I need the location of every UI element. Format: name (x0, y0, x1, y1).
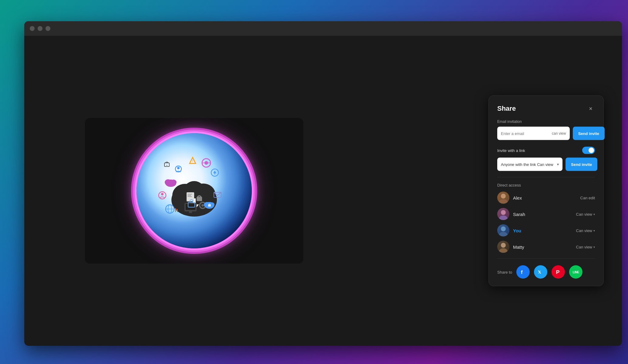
pinterest-share-button[interactable]: P (552, 265, 565, 279)
divider-2 (497, 258, 595, 259)
svg-point-43 (501, 194, 506, 199)
user-item-sarah: Sarah Can view ▾ (497, 208, 595, 220)
svg-text:P: P (556, 269, 559, 275)
avatar-sarah (497, 208, 509, 220)
share-dialog: Share × Email invitation can view Send i… (488, 96, 604, 286)
email-input[interactable] (501, 131, 552, 136)
share-to-label: Share to (497, 270, 512, 274)
username-sarah: Sarah (513, 211, 572, 217)
svg-text:f: f (521, 269, 523, 275)
avatar-you (497, 224, 509, 237)
svg-text:𝕏: 𝕏 (538, 270, 541, 275)
link-toggle[interactable] (582, 147, 595, 154)
email-input-wrapper: can view (497, 127, 570, 140)
twitter-share-button[interactable]: 𝕏 (534, 265, 547, 279)
user-role-you[interactable]: Can view ▾ (576, 228, 595, 233)
link-send-invite-button[interactable]: Send invite (566, 158, 597, 171)
link-header: Invite with a link (497, 147, 595, 154)
svg-point-45 (501, 210, 506, 215)
facebook-share-button[interactable]: f (516, 265, 530, 279)
link-select-wrapper: Anyone with the link Can view Anyone wit… (497, 158, 562, 171)
dialog-title: Share (497, 105, 516, 113)
illustration-area: ! (85, 118, 303, 264)
svg-point-36 (161, 193, 164, 195)
svg-rect-12 (189, 211, 192, 213)
divider-1 (497, 177, 595, 177)
username-alex: Alex (513, 195, 577, 200)
svg-point-18 (204, 161, 208, 165)
svg-point-41 (165, 179, 171, 185)
direct-access-label: Direct access (497, 183, 595, 187)
username-matty: Matty (513, 244, 572, 249)
user-role-sarah[interactable]: Can view ▾ (576, 212, 595, 216)
svg-point-27 (177, 167, 180, 169)
avatar-alex (497, 192, 509, 204)
svg-point-50 (499, 248, 508, 253)
svg-point-47 (501, 227, 506, 231)
user-item-alex: Alex Can edit (497, 192, 595, 204)
email-row: can view Send invite (497, 127, 595, 140)
minimize-traffic-light[interactable] (38, 26, 42, 31)
titlebar (24, 21, 622, 36)
email-send-invite-button[interactable]: Send invite (573, 127, 605, 140)
svg-text:h: h (175, 207, 178, 213)
svg-rect-28 (164, 163, 169, 167)
maximize-traffic-light[interactable] (46, 26, 50, 31)
link-permission-select[interactable]: Anyone with the link Can view Anyone wit… (497, 158, 562, 171)
svg-point-49 (501, 243, 506, 248)
email-section-label: Email invitation (497, 120, 595, 124)
svg-rect-33 (208, 204, 211, 207)
link-section-label: Invite with a link (497, 148, 525, 153)
avatar-matty (497, 241, 509, 253)
close-traffic-light[interactable] (30, 26, 35, 31)
line-share-button[interactable]: LINE (569, 265, 582, 279)
link-section: Invite with a link Anyone with the link … (497, 147, 595, 171)
svg-point-48 (499, 232, 508, 237)
svg-point-46 (499, 216, 508, 220)
svg-rect-8 (187, 196, 192, 197)
close-button[interactable]: × (586, 104, 595, 113)
cloud-illustration: ! (146, 148, 243, 233)
user-list: Alex Can edit Sarah Can view ▾ You (497, 192, 595, 253)
user-role-alex: Can edit (580, 195, 595, 200)
link-row: Anyone with the link Can view Anyone wit… (497, 158, 595, 171)
svg-text:!: ! (192, 159, 193, 163)
svg-rect-7 (187, 195, 191, 196)
window-content: ! (24, 36, 622, 346)
app-window: ! (24, 21, 622, 346)
user-item-you: You Can view ▾ (497, 224, 595, 237)
dialog-header: Share × (497, 104, 595, 113)
svg-rect-9 (197, 197, 202, 201)
orb-graphic: ! (137, 133, 252, 248)
user-role-matty[interactable]: Can view ▾ (576, 244, 595, 249)
svg-point-44 (499, 199, 508, 204)
username-you: You (513, 228, 572, 233)
svg-point-42 (171, 180, 177, 185)
svg-rect-6 (187, 194, 192, 194)
user-item-matty: Matty Can view ▾ (497, 241, 595, 253)
svg-point-14 (201, 204, 204, 207)
share-to-row: Share to f 𝕏 P LINE (497, 264, 595, 279)
can-view-label: can view (552, 131, 566, 136)
